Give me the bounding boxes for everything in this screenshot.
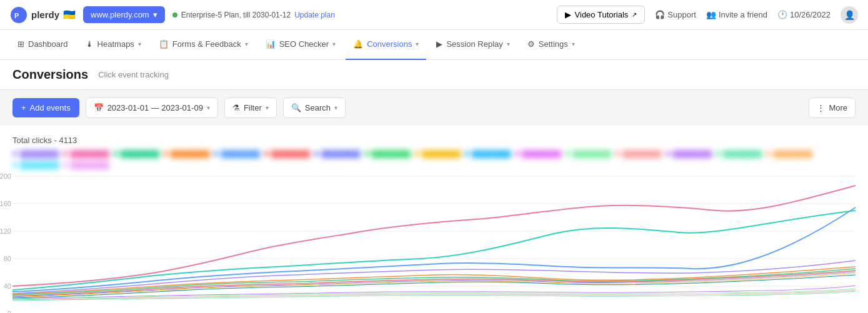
legend-item: ████████ — [766, 150, 812, 157]
legend-item: ████████ — [62, 161, 109, 169]
user-avatar[interactable]: 👤 — [841, 6, 858, 24]
svg-text:0: 0 — [7, 310, 11, 313]
search-button[interactable]: 🔍 Search ▾ — [283, 97, 346, 118]
video-tutorials-button[interactable]: ▶ Video Tutorials ↗ — [557, 6, 646, 24]
sidebar-item-settings[interactable]: ⚙ Settings ▾ — [520, 30, 582, 60]
legend-item: ████████ — [62, 150, 109, 157]
svg-text:40: 40 — [4, 282, 11, 290]
legend-item: ████████ — [515, 150, 561, 157]
legend-item: ████████ — [113, 150, 159, 157]
chevron-down-icon: ▾ — [572, 41, 575, 47]
calendar-icon: 📅 — [94, 103, 104, 112]
chart-container: Total clicks - 4113 ████████████████████… — [0, 126, 868, 313]
plan-info: Enterprise-5 Plan, till 2030-01-12 Updat… — [172, 11, 335, 19]
sidebar-item-heatmaps[interactable]: 🌡 Heatmaps ▾ — [78, 30, 149, 60]
legend-item: ████████ — [264, 150, 310, 157]
legend-item: ████████ — [666, 150, 712, 157]
legend-item: ████████ — [414, 150, 461, 157]
support-link[interactable]: 🎧 Support — [655, 10, 696, 19]
sidebar-item-conversions[interactable]: 🔔 Conversions ▾ — [346, 30, 426, 60]
legend-item: ████████ — [314, 150, 360, 157]
chevron-down-icon: ▾ — [416, 41, 419, 47]
chart-svg-wrapper: 200 160 120 80 40 0 — [12, 176, 856, 313]
filter-button[interactable]: ⚗ Filter ▾ — [224, 97, 277, 118]
line-chart: 200 160 120 80 40 0 — [12, 176, 856, 313]
session-icon: ▶ — [436, 39, 442, 49]
legend-item: ████████ — [565, 150, 611, 157]
svg-text:200: 200 — [0, 172, 11, 180]
site-selector-button[interactable]: www.plerdy.com ▾ — [83, 6, 165, 23]
logo: P plerdy 🇺🇦 — [10, 6, 76, 24]
heatmaps-icon: 🌡 — [86, 39, 94, 49]
page-subtitle: Click event tracking — [98, 70, 169, 79]
total-clicks: Total clicks - 4113 — [12, 136, 856, 145]
page-title: Conversions — [12, 67, 88, 82]
topbar-date: 🕐 10/26/2022 — [777, 10, 831, 19]
conversions-icon: 🔔 — [353, 39, 363, 49]
sidebar-item-dashboard[interactable]: ⊞ Dashboard — [10, 30, 76, 60]
invite-friend-link[interactable]: 👥 Invite a friend — [706, 10, 767, 19]
clock-icon: 🕐 — [777, 10, 787, 19]
chevron-down-icon: ▾ — [138, 41, 141, 47]
topbar-right: ▶ Video Tutorials ↗ 🎧 Support 👥 Invite a… — [557, 6, 858, 24]
user-icon: 👤 — [844, 10, 855, 20]
legend-item: ████████ — [12, 150, 59, 157]
add-events-button[interactable]: + Add events — [12, 98, 79, 117]
svg-text:160: 160 — [0, 200, 11, 207]
legend-item: ████████ — [464, 150, 511, 157]
legend-item: ████████ — [615, 150, 661, 157]
external-link-icon: ↗ — [632, 11, 637, 18]
chevron-down-icon: ▾ — [334, 104, 337, 111]
plan-status-dot — [172, 12, 177, 17]
legend-item: ████████ — [716, 150, 762, 157]
dashboard-icon: ⊞ — [17, 39, 24, 49]
settings-icon: ⚙ — [527, 39, 535, 49]
invite-icon: 👥 — [706, 10, 716, 19]
chevron-down-icon: ▾ — [507, 41, 510, 47]
sidebar-item-forms[interactable]: 📋 Forms & Feedback ▾ — [151, 30, 256, 60]
search-icon: 🔍 — [291, 103, 301, 112]
forms-icon: 📋 — [159, 39, 169, 49]
chevron-down-icon: ▾ — [266, 104, 269, 111]
sidebar-item-session-replay[interactable]: ▶ Session Replay ▾ — [429, 30, 517, 60]
topbar: P plerdy 🇺🇦 www.plerdy.com ▾ Enterprise-… — [0, 0, 868, 30]
more-icon: ⋮ — [817, 103, 825, 112]
date-range-picker[interactable]: 📅 2023-01-01 — 2023-01-09 ▾ — [86, 97, 218, 118]
legend-item: ████████ — [12, 161, 59, 169]
plerdy-logo-icon: P — [10, 6, 27, 24]
chevron-down-icon: ▾ — [332, 41, 336, 47]
chevron-down-icon: ▾ — [207, 104, 210, 111]
video-icon: ▶ — [565, 10, 571, 19]
legend-item: ████████ — [213, 150, 259, 157]
update-plan-link[interactable]: Update plan — [294, 11, 335, 19]
chart-legend: ████████████████████████████████████████… — [12, 150, 856, 169]
toolbar: + Add events 📅 2023-01-01 — 2023-01-09 ▾… — [0, 90, 868, 126]
svg-text:120: 120 — [0, 227, 11, 235]
filter-icon: ⚗ — [232, 103, 240, 112]
chevron-down-icon: ▾ — [245, 41, 248, 47]
legend-item: ████████ — [364, 150, 411, 157]
sidebar-item-seo[interactable]: 📊 SEO Checker ▾ — [258, 30, 343, 60]
seo-icon: 📊 — [266, 39, 276, 49]
svg-text:P: P — [14, 12, 19, 19]
chevron-down-icon: ▾ — [153, 10, 157, 19]
logo-text: plerdy — [31, 9, 59, 20]
navbar: ⊞ Dashboard 🌡 Heatmaps ▾ 📋 Forms & Feedb… — [0, 30, 868, 60]
legend-item: ████████ — [163, 150, 209, 157]
plus-icon: + — [21, 103, 26, 112]
support-icon: 🎧 — [655, 10, 665, 19]
svg-text:80: 80 — [4, 255, 11, 262]
page-header: Conversions Click event tracking — [0, 60, 868, 90]
more-button[interactable]: ⋮ More — [809, 97, 856, 118]
